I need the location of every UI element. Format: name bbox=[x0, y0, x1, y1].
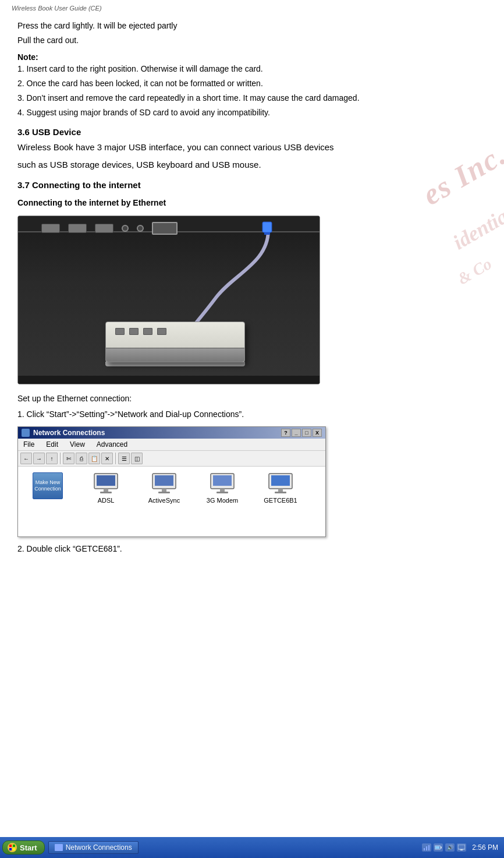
titlebar-buttons[interactable]: ? _ □ X bbox=[281, 429, 322, 437]
adsl-label: ADSL bbox=[98, 497, 115, 504]
conn-item-getce6b1[interactable]: GETCE6B1 bbox=[260, 472, 301, 531]
svg-rect-28 bbox=[435, 846, 439, 849]
titlebar-title-area: Network Connections bbox=[22, 429, 105, 437]
menu-advanced[interactable]: Advanced bbox=[95, 440, 129, 449]
make-new-connection-icon[interactable]: Make New Connection bbox=[33, 472, 63, 499]
laptop-side-image bbox=[18, 216, 320, 384]
svg-rect-27 bbox=[441, 847, 442, 849]
close-button[interactable]: X bbox=[313, 429, 322, 437]
activesync-icon-svg bbox=[151, 472, 177, 495]
tray-network-icon[interactable] bbox=[422, 843, 431, 852]
usb-text-1: Wireless Book have 3 major USB interface… bbox=[17, 140, 487, 154]
note-item-3: 3. Don’t insert and remove the card repe… bbox=[17, 92, 487, 104]
section-3-7-heading: 3.7 Connecting to the internet bbox=[17, 180, 487, 190]
tray-volume-icon[interactable]: 🔊 bbox=[445, 843, 455, 852]
svg-rect-18 bbox=[275, 492, 286, 493]
para-eject2: Pull the card out. bbox=[17, 34, 487, 47]
note-item-1: 1. Insert card to the right position. Ot… bbox=[17, 63, 487, 75]
svg-rect-20 bbox=[13, 845, 15, 847]
svg-rect-23 bbox=[424, 848, 425, 850]
svg-rect-29 bbox=[458, 845, 465, 849]
svg-rect-1 bbox=[264, 232, 270, 235]
toolbar-forward-btn[interactable]: → bbox=[33, 453, 45, 464]
conn-item-activesync[interactable]: ActiveSync bbox=[144, 472, 184, 531]
battery-tray-icon bbox=[435, 845, 442, 850]
conn-item-adsl[interactable]: ADSL bbox=[86, 472, 126, 531]
3g-modem-icon-svg bbox=[210, 472, 235, 495]
window-titlebar: Network Connections ? _ □ X bbox=[18, 427, 325, 439]
taskbar-tray: 🔊 2:56 PM bbox=[422, 843, 502, 852]
tray-battery-icon[interactable] bbox=[434, 843, 443, 852]
adsl-icon-svg bbox=[93, 472, 119, 495]
main-content: Press the card lightly. It will be eject… bbox=[0, 14, 504, 555]
window-title: Network Connections bbox=[33, 429, 105, 437]
3g-modem-icon bbox=[210, 472, 235, 495]
getce6b1-label: GETCE6B1 bbox=[264, 497, 297, 504]
getce6b1-icon-svg bbox=[268, 472, 293, 495]
network-tray-icon bbox=[423, 845, 430, 850]
tray-display-icon[interactable] bbox=[457, 843, 466, 852]
menu-view[interactable]: View bbox=[68, 440, 87, 449]
svg-rect-21 bbox=[9, 848, 12, 850]
svg-rect-30 bbox=[460, 849, 463, 850]
toolbar-copy-btn[interactable]: ⎙ bbox=[76, 453, 87, 464]
toolbar-cut-btn[interactable]: ✄ bbox=[63, 453, 74, 464]
getce6b1-icon bbox=[268, 472, 293, 495]
adsl-icon bbox=[93, 472, 119, 495]
svg-rect-19 bbox=[9, 845, 12, 847]
step-setup-label: Set up the Ethernet connection: bbox=[17, 393, 487, 405]
note-item-4: 4. Suggest using major brands of SD card… bbox=[17, 107, 487, 119]
svg-rect-22 bbox=[13, 848, 15, 850]
conn-item-make-new[interactable]: Make New Connection bbox=[27, 472, 68, 531]
note-label: Note: bbox=[17, 52, 487, 62]
svg-rect-8 bbox=[155, 475, 173, 486]
svg-rect-9 bbox=[162, 489, 166, 492]
conn-item-3g-modem[interactable]: 3G Modem bbox=[202, 472, 243, 531]
window-menubar: File Edit View Advanced bbox=[18, 439, 325, 451]
svg-rect-4 bbox=[97, 475, 115, 486]
svg-rect-25 bbox=[428, 845, 430, 850]
start-label: Start bbox=[20, 843, 37, 852]
toolbar-delete-btn[interactable]: ✕ bbox=[101, 453, 113, 464]
network-device bbox=[105, 322, 245, 366]
activesync-label: ActiveSync bbox=[148, 497, 180, 504]
ethernet-subheading: Connecting to the internet by Ethernet bbox=[17, 198, 487, 207]
svg-rect-16 bbox=[271, 475, 290, 486]
taskbar-net-icon bbox=[55, 844, 63, 851]
svg-rect-10 bbox=[158, 492, 170, 493]
start-button[interactable]: Start bbox=[2, 841, 45, 855]
page-header: Wireless Book User Guide (CE) bbox=[0, 0, 504, 14]
window-icon bbox=[22, 429, 30, 437]
minimize-button[interactable]: _ bbox=[292, 429, 301, 437]
toolbar-properties-btn[interactable]: ☰ bbox=[118, 453, 130, 464]
svg-rect-14 bbox=[216, 492, 228, 493]
toolbar-up-btn[interactable]: ↑ bbox=[46, 453, 58, 464]
toolbar-paste-btn[interactable]: 📋 bbox=[88, 453, 100, 464]
toolbar-separator-1 bbox=[60, 453, 61, 464]
taskbar-network-connections-item[interactable]: Network Connections bbox=[48, 841, 139, 854]
network-connections-window[interactable]: Network Connections ? _ □ X File Edit Vi… bbox=[17, 426, 326, 537]
section-3-6-heading: 3.6 USB Device bbox=[17, 127, 487, 137]
step-1-text: 1. Click “Start”->“Setting”->“Network an… bbox=[17, 408, 487, 421]
step-2-text: 2. Double click “GETCE681”. bbox=[17, 543, 487, 555]
toolbar-views-btn[interactable]: ◫ bbox=[131, 453, 143, 464]
menu-file[interactable]: File bbox=[22, 440, 36, 449]
svg-rect-24 bbox=[426, 846, 427, 850]
svg-rect-17 bbox=[278, 489, 283, 492]
windows-logo-icon bbox=[9, 844, 16, 851]
toolbar-back-btn[interactable]: ← bbox=[20, 453, 32, 464]
svg-rect-12 bbox=[213, 475, 232, 486]
maximize-button[interactable]: □ bbox=[302, 429, 311, 437]
usb-text-2: such as USB storage devices, USB keyboar… bbox=[17, 158, 487, 172]
menu-edit[interactable]: Edit bbox=[44, 440, 60, 449]
ethernet-image bbox=[17, 216, 320, 384]
display-tray-icon bbox=[458, 845, 465, 850]
svg-rect-6 bbox=[100, 492, 112, 493]
svg-rect-13 bbox=[220, 489, 225, 492]
note-item-2: 2. Once the card has been locked, it can… bbox=[17, 77, 487, 90]
3g-modem-label: 3G Modem bbox=[207, 497, 238, 504]
help-button[interactable]: ? bbox=[281, 429, 290, 437]
window-toolbar: ← → ↑ ✄ ⎙ 📋 ✕ ☰ ◫ bbox=[18, 451, 325, 467]
tray-clock: 2:56 PM bbox=[468, 843, 502, 852]
start-icon bbox=[8, 843, 17, 852]
